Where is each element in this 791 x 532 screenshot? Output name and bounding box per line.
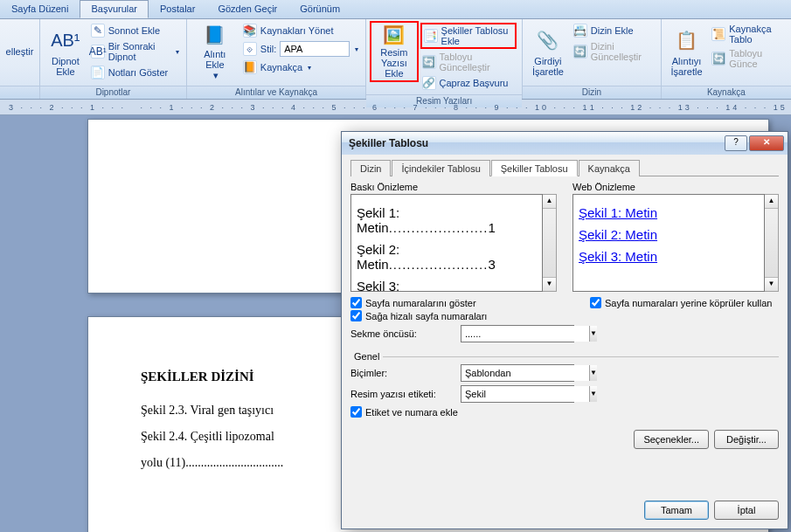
show-page-numbers-label: Sayfa numaralarını göster bbox=[365, 298, 476, 308]
use-hyperlinks-label: Sayfa numaraları yerine köprüler kullan bbox=[605, 298, 772, 308]
chevron-down-icon: ▾ bbox=[176, 48, 179, 56]
chevron-down-icon: ▾ bbox=[213, 70, 219, 80]
chevron-down-icon: ▾ bbox=[308, 64, 311, 72]
include-label-checkbox[interactable] bbox=[350, 406, 362, 418]
manage-sources-button[interactable]: 📚Kaynakları Yönet bbox=[241, 23, 360, 38]
insert-toa-button[interactable]: 📜Kaynakça Tablo bbox=[710, 23, 786, 45]
tab-leader-label: Sekme öncüsü: bbox=[350, 328, 455, 339]
group-label-footnotes: Dipnotlar bbox=[40, 86, 186, 99]
web-preview-link[interactable]: Şekil 1: Metin bbox=[579, 205, 759, 220]
modify-button[interactable]: Değiştir... bbox=[714, 430, 779, 449]
cross-reference-button[interactable]: 🔗Çapraz Başvuru bbox=[420, 75, 517, 91]
manage-sources-icon: 📚 bbox=[243, 24, 257, 38]
mark-citation-label: Alıntıyı İşaretle bbox=[670, 56, 704, 77]
general-legend: Genel bbox=[350, 351, 383, 362]
next-footnote-button[interactable]: AB¹Bir Sonraki Dipnot▾ bbox=[89, 40, 181, 63]
footnote-icon: AB¹ bbox=[52, 26, 80, 54]
print-preview-scrollbar[interactable]: ▲▼ bbox=[543, 194, 557, 292]
group-label-index: Dizin bbox=[523, 86, 661, 99]
index-icon: 📇 bbox=[573, 24, 587, 38]
tab-mailings[interactable]: Postalar bbox=[149, 0, 206, 18]
caption-icon: 🖼️ bbox=[380, 24, 408, 45]
caption-label-combo[interactable]: ▼ bbox=[461, 385, 574, 403]
tab-tof[interactable]: Şekiller Tablosu bbox=[491, 160, 578, 176]
group-label-citations: Alıntılar ve Kaynakça bbox=[187, 86, 365, 99]
cancel-button[interactable]: İptal bbox=[714, 501, 779, 520]
tab-toc[interactable]: İçindekiler Tablosu bbox=[392, 160, 489, 176]
insert-citation-button[interactable]: 📘 Alıntı Ekle ▾ bbox=[191, 21, 239, 82]
web-preview-scrollbar[interactable]: ▲▼ bbox=[765, 194, 779, 292]
mark-entry-label: Girdiyi İşaretle bbox=[531, 56, 565, 77]
help-button[interactable]: ? bbox=[725, 135, 747, 151]
update-icon: 🔄 bbox=[573, 45, 587, 59]
update-table-button: 🔄Tabloyu Güncelleştir bbox=[420, 51, 517, 73]
next-footnote-icon: AB¹ bbox=[91, 45, 105, 59]
citation-style-row: ⟐ Stil: ▾ bbox=[241, 40, 360, 58]
insert-citation-label: Alıntı Ekle bbox=[196, 49, 234, 70]
tof-icon: 📑 bbox=[424, 29, 438, 43]
caption-label-label: Resim yazısı etiketi: bbox=[350, 389, 455, 399]
bibliography-button[interactable]: 📙Kaynakça▾ bbox=[241, 59, 360, 75]
tab-dizin[interactable]: Dizin bbox=[350, 160, 391, 176]
update-icon: 🔄 bbox=[422, 55, 436, 69]
mark-citation-icon: 📋 bbox=[672, 26, 700, 54]
mark-entry-button[interactable]: 📎 Girdiyi İşaretle bbox=[526, 21, 570, 82]
table-of-figures-dialog: Şekiller Tablosu ? ✕ Dizin İçindekiler T… bbox=[341, 131, 788, 529]
endnote-icon: ✎ bbox=[91, 24, 105, 38]
mark-entry-icon: 📎 bbox=[534, 26, 562, 54]
show-notes-button[interactable]: 📄Notları Göster bbox=[89, 65, 181, 80]
dialog-titlebar[interactable]: Şekiller Tablosu ? ✕ bbox=[342, 132, 788, 155]
insert-caption-button[interactable]: 🖼️ Resim Yazısı Ekle bbox=[370, 21, 418, 82]
show-page-numbers-checkbox[interactable] bbox=[350, 297, 362, 308]
web-preview-link[interactable]: Şekil 3: Metin bbox=[579, 249, 759, 264]
insert-index-button[interactable]: 📇Dizin Ekle bbox=[572, 23, 656, 38]
tab-review[interactable]: Gözden Geçir bbox=[206, 0, 288, 18]
use-hyperlinks-checkbox[interactable] bbox=[590, 297, 601, 308]
chevron-down-icon[interactable]: ▼ bbox=[589, 386, 597, 402]
print-preview-box: Şekil 1: Metin......................1 Şe… bbox=[350, 194, 543, 292]
tab-references[interactable]: Başvurular bbox=[80, 0, 149, 18]
update-index-button: 🔄Dizini Güncelleştir bbox=[572, 40, 656, 63]
tab-page-layout[interactable]: Sayfa Düzeni bbox=[0, 0, 80, 18]
citation-icon: 📘 bbox=[201, 23, 229, 47]
toa-icon: 📜 bbox=[711, 27, 725, 41]
formats-label: Biçimler: bbox=[350, 368, 455, 378]
options-button[interactable]: Seçenekler... bbox=[634, 430, 709, 449]
right-align-checkbox[interactable] bbox=[350, 310, 362, 321]
group-label-empty bbox=[0, 86, 39, 99]
insert-tof-button[interactable]: 📑Şekiller Tablosu Ekle bbox=[420, 23, 517, 49]
insert-endnote-button[interactable]: ✎Sonnot Ekle bbox=[89, 23, 181, 38]
include-label-label: Etiket ve numara ekle bbox=[365, 407, 458, 418]
citation-style-select[interactable] bbox=[280, 41, 350, 57]
ribbon: elleştir AB¹ Dipnot Ekle ✎Sonnot Ekle AB… bbox=[0, 19, 791, 100]
bibliography-icon: 📙 bbox=[243, 60, 257, 74]
update-icon: 🔄 bbox=[711, 52, 725, 66]
update-toa-button: 🔄Tabloyu Günce bbox=[710, 47, 786, 70]
web-preview-label: Web Önizleme bbox=[572, 182, 779, 192]
chevron-down-icon[interactable]: ▼ bbox=[589, 365, 597, 381]
style-icon: ⟐ bbox=[243, 42, 257, 56]
close-button[interactable]: ✕ bbox=[749, 135, 784, 151]
horizontal-ruler[interactable]: 3 · · · 2 · · · 1 · · · · · · 1 · · · 2 … bbox=[0, 100, 791, 115]
tab-toa[interactable]: Kaynakça bbox=[579, 160, 640, 176]
tab-view[interactable]: Görünüm bbox=[288, 0, 351, 18]
xref-icon: 🔗 bbox=[422, 76, 436, 90]
formats-combo[interactable]: ▼ bbox=[461, 364, 574, 382]
insert-footnote-button[interactable]: AB¹ Dipnot Ekle bbox=[44, 21, 87, 82]
web-preview-link[interactable]: Şekil 2: Metin bbox=[579, 227, 759, 242]
mark-citation-button[interactable]: 📋 Alıntıyı İşaretle bbox=[665, 21, 709, 82]
group-label-toa: Kaynakça bbox=[662, 86, 791, 99]
formats-input[interactable] bbox=[461, 365, 589, 381]
right-align-label: Sağa hizalı sayfa numaraları bbox=[365, 311, 487, 321]
caption-label-input[interactable] bbox=[461, 386, 589, 402]
tab-leader-combo[interactable]: ▼ bbox=[461, 325, 574, 342]
tab-leader-input[interactable] bbox=[461, 326, 589, 342]
ok-button[interactable]: Tamam bbox=[644, 501, 709, 520]
dialog-tabs: Dizin İçindekiler Tablosu Şekiller Tablo… bbox=[350, 160, 779, 176]
dialog-title: Şekiller Tablosu bbox=[345, 137, 723, 149]
chevron-down-icon[interactable]: ▾ bbox=[355, 45, 358, 53]
update-toc-label: elleştir bbox=[6, 46, 34, 57]
update-toc-button[interactable]: elleştir bbox=[1, 21, 39, 82]
print-preview-label: Baskı Önizleme bbox=[350, 182, 557, 192]
show-notes-icon: 📄 bbox=[91, 66, 105, 79]
